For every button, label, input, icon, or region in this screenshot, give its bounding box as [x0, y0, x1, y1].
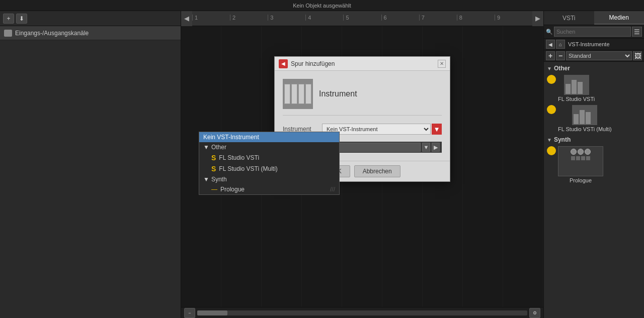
channel-name: Eingangs-/Ausgangskanäle	[15, 30, 89, 37]
collapse-arrow-other: ▼	[203, 144, 209, 151]
prologue-thumb	[558, 146, 603, 176]
timeline-scroll-right[interactable]: ▶	[532, 11, 543, 26]
horizontal-scrollbar[interactable]	[197, 310, 527, 315]
image-view-button[interactable]: 🖼	[633, 51, 642, 60]
bottom-right-btn[interactable]: ⚙	[529, 308, 540, 318]
modal-overlay: ◀ Spur hinzufügen ✕	[181, 26, 543, 307]
category-other-label: Other	[211, 144, 226, 151]
fl-studio-label: FL Studio VSTi	[558, 96, 595, 102]
add-track-modal: ◀ Spur hinzufügen ✕	[274, 56, 450, 182]
fl-vsti-multi-icon: S	[211, 165, 216, 173]
app-title: Kein Objekt ausgewählt	[293, 3, 351, 9]
category-synth-label: Synth	[211, 176, 227, 183]
prologue-icon: —	[211, 186, 217, 193]
tab-vsti-label: VSTi	[562, 15, 576, 22]
fl-vsti-label: FL Studio VSTi	[219, 154, 259, 161]
ruler-mark-5: 5	[343, 15, 381, 21]
ruler-mark-9: 9	[495, 15, 532, 21]
nav-back-button[interactable]: ◀	[546, 40, 555, 49]
left-panel: + ⬇ Eingangs-/Ausgangskanäle	[0, 11, 181, 318]
timeline-scroll-left[interactable]: ◀	[181, 11, 192, 26]
prologue-label: Prologue	[220, 186, 245, 193]
pbar-3	[578, 82, 583, 94]
dropdown-arrow-button[interactable]: ▼	[432, 124, 442, 135]
dropdown-item-prologue[interactable]: — Prologue ///	[199, 184, 339, 194]
ruler-mark-1: 1	[192, 15, 230, 21]
search-list-button[interactable]: ☰	[632, 27, 642, 37]
vst-path: VST-Instrumente	[566, 41, 642, 47]
section-other-label: Other	[554, 65, 570, 72]
tab-medien-label: Medien	[609, 14, 629, 21]
search-input[interactable]	[554, 27, 631, 37]
add-track-button[interactable]: +	[3, 14, 14, 24]
modal-close-button[interactable]: ✕	[438, 60, 446, 68]
timeline-area: ◀ 1 2 3 4 5 6 7 8 9 ▶	[181, 11, 543, 318]
modal-title: Spur hinzufügen	[291, 60, 435, 67]
ruler-mark-3: 3	[268, 15, 305, 21]
modal-back-button[interactable]: ◀	[279, 59, 288, 68]
add-folder-button[interactable]: +	[546, 51, 555, 60]
main-area: + ⬇ Eingangs-/Ausgangskanäle ◀ 1 2 3 4 5…	[0, 11, 644, 318]
fl-studio-dot	[547, 75, 556, 84]
standard-text-input[interactable]	[333, 143, 421, 152]
collapse-arrow-other-panel[interactable]: ▼	[547, 66, 552, 71]
piano-key-2	[291, 84, 297, 104]
fl-vsti-icon: S	[211, 154, 216, 162]
right-nav-bar: ◀ ⌂ VST-Instrumente	[544, 39, 644, 50]
bottom-scrollbar-area: − ⚙	[181, 307, 543, 318]
pbar-2	[572, 80, 577, 94]
section-header-synth: ▼ Synth	[547, 136, 641, 143]
standard-select[interactable]: Standard	[566, 51, 632, 60]
dropdown-item-none[interactable]: Kein VST-Instrument	[199, 132, 339, 142]
modal-title-bar: ◀ Spur hinzufügen ✕	[275, 57, 450, 71]
piano-icon	[284, 84, 311, 104]
tab-medien[interactable]: Medien	[594, 11, 645, 25]
fl-studio-multi-info: FL Studio VSTi (Multi)	[558, 105, 612, 132]
remove-folder-button[interactable]: −	[556, 51, 565, 60]
import-button[interactable]: ⬇	[16, 14, 27, 24]
top-bar: Kein Objekt ausgewählt	[0, 0, 644, 11]
nav-home-button[interactable]: ⌂	[556, 40, 565, 49]
ruler-mark-2: 2	[230, 15, 268, 21]
dropdown-category-synth: ▼ Synth	[199, 174, 339, 184]
tab-vsti[interactable]: VSTi	[544, 11, 594, 25]
collapse-arrow-synth-panel[interactable]: ▼	[547, 137, 552, 143]
ruler-mark-6: 6	[381, 15, 419, 21]
standard-options-button[interactable]: ▶	[432, 143, 440, 152]
standard-down-button[interactable]: ▼	[422, 143, 430, 152]
right-toolbar-row: + − Standard 🖼	[544, 50, 644, 62]
fl-studio-multi-thumb	[572, 105, 597, 125]
channel-header: Eingangs-/Ausgangskanäle	[0, 26, 181, 40]
collapse-arrow-synth: ▼	[203, 176, 209, 183]
prologue-info: Prologue	[558, 146, 603, 183]
fl-vsti-multi-label: FL Studio VSTi (Multi)	[219, 165, 277, 172]
pbar-m-1	[574, 114, 579, 124]
right-content: ▼ Other FL Studio VSTi	[544, 62, 644, 318]
scrollbar-thumb[interactable]	[197, 310, 227, 315]
timeline-body: ◀ Spur hinzufügen ✕	[181, 26, 543, 307]
cancel-button[interactable]: Abbrechen	[354, 165, 400, 177]
dropdown-item-fl-vsti[interactable]: S FL Studio VSTi	[199, 152, 339, 163]
right-tabs: VSTi Medien	[544, 11, 644, 25]
pbar-1	[566, 84, 571, 94]
ruler-mark-7: 7	[419, 15, 457, 21]
folder-icon	[4, 30, 12, 37]
vst-item-prologue[interactable]: Prologue	[547, 146, 641, 183]
right-panel: VSTi Medien 🔍 ☰ ◀ ⌂ VST-Instrumente + − …	[543, 11, 644, 318]
piano-key-1	[284, 84, 290, 104]
vst-item-fl-studio[interactable]: FL Studio VSTi	[547, 75, 641, 102]
vst-item-fl-studio-multi[interactable]: FL Studio VSTi (Multi)	[547, 105, 641, 132]
modal-instrument-header: Instrument	[283, 79, 442, 116]
piano-key-4	[305, 84, 311, 104]
prologue-dot	[547, 146, 556, 155]
section-synth-label: Synth	[554, 136, 571, 143]
fl-studio-info: FL Studio VSTi	[558, 75, 595, 102]
bottom-left-btn[interactable]: −	[184, 308, 195, 318]
pbar-m-3	[586, 112, 591, 124]
dropdown-item-fl-vsti-multi[interactable]: S FL Studio VSTi (Multi)	[199, 163, 339, 174]
section-header-other: ▼ Other	[547, 65, 641, 72]
right-search-bar: 🔍 ☰	[544, 25, 644, 39]
modal-form: Instrument Kein VST-Instrument ▼	[283, 124, 442, 153]
pbar-m-2	[580, 110, 585, 124]
fl-studio-multi-dot	[547, 105, 556, 114]
